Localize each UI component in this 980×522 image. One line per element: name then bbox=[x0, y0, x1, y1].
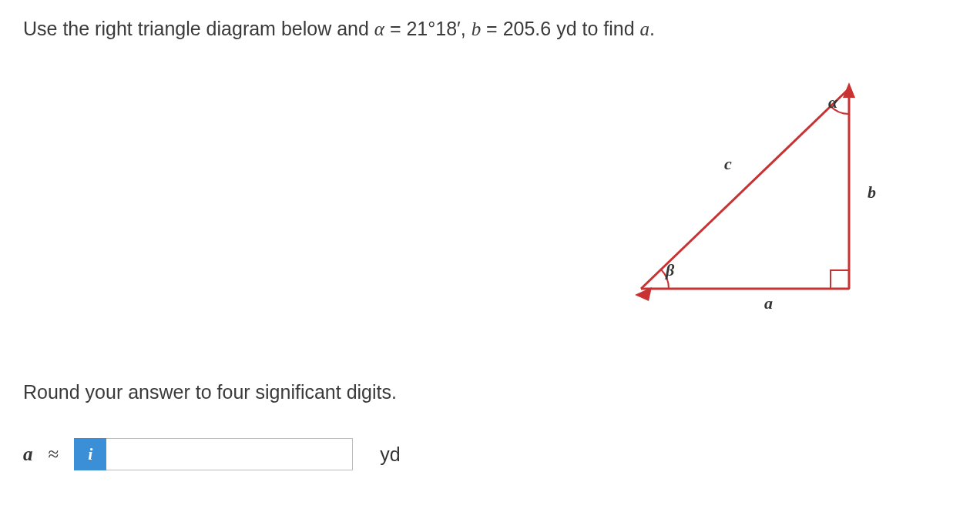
answer-input[interactable] bbox=[106, 438, 353, 470]
eq2: = bbox=[481, 18, 503, 39]
info-icon[interactable]: i bbox=[74, 438, 106, 470]
svg-marker-3 bbox=[843, 82, 855, 98]
question-suffix: yd to find bbox=[551, 18, 639, 39]
label-c: c bbox=[724, 154, 732, 174]
svg-rect-5 bbox=[831, 270, 849, 289]
period: . bbox=[649, 18, 655, 39]
answer-input-group: i bbox=[74, 438, 353, 470]
approx-symbol: ≈ bbox=[49, 443, 59, 465]
label-a: a bbox=[764, 293, 773, 313]
question-prefix: Use the right triangle diagram below and bbox=[23, 18, 374, 39]
alpha-value: 21°18′ bbox=[406, 18, 460, 39]
answer-variable: a bbox=[23, 443, 33, 465]
b-value: 205.6 bbox=[503, 18, 552, 39]
svg-line-2 bbox=[641, 89, 849, 289]
comma: , bbox=[461, 18, 472, 39]
label-beta: β bbox=[666, 260, 674, 280]
a-symbol: a bbox=[640, 18, 650, 39]
unit-label: yd bbox=[380, 443, 400, 466]
eq1: = bbox=[384, 18, 407, 39]
answer-row: a ≈ i yd bbox=[23, 438, 957, 470]
triangle-diagram: α β c b a bbox=[618, 65, 911, 335]
label-b: b bbox=[868, 182, 876, 202]
question-text: Use the right triangle diagram below and… bbox=[23, 15, 957, 42]
alpha-symbol: α bbox=[374, 18, 384, 39]
label-alpha: α bbox=[828, 92, 837, 112]
b-symbol: b bbox=[472, 18, 482, 39]
instruction-text: Round your answer to four significant di… bbox=[23, 381, 957, 403]
